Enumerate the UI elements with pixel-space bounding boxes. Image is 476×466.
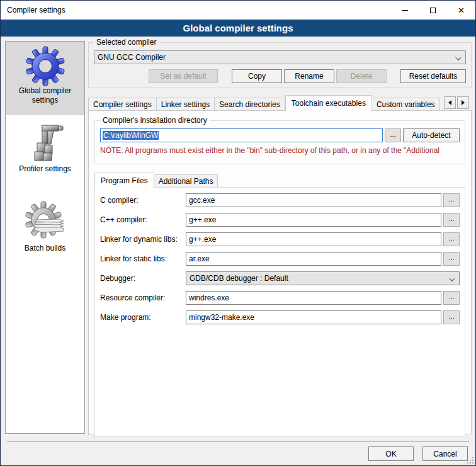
copy-button[interactable]: Copy (232, 69, 282, 83)
caliper-icon (26, 123, 65, 164)
subtab-program-files[interactable]: Program Files (94, 173, 154, 188)
main-panel: Selected compiler GNU GCC Compiler Set a… (88, 37, 472, 435)
field-label: Linker for static libs: (100, 254, 186, 263)
sidebar-item-label: Batch builds (25, 244, 65, 253)
tab-linker-settings[interactable]: Linker settings (157, 98, 215, 111)
field-row-cpp-compiler: C++ compiler: ... (100, 213, 460, 227)
settings-tab-bar: Compiler settings Linker settings Search… (88, 95, 472, 111)
delete-button[interactable]: Delete (336, 69, 387, 83)
tab-scroll-left-button[interactable] (444, 96, 456, 109)
field-label: Linker for dynamic libs: (100, 235, 186, 244)
make-program-input[interactable] (186, 310, 441, 324)
auto-detect-button[interactable]: Auto-detect (403, 128, 460, 142)
batch-builds-gear-icon (25, 201, 66, 244)
arrow-right-icon (462, 100, 465, 105)
close-icon: ✕ (458, 6, 465, 14)
title-bar[interactable]: Compiler settings ✕ (1, 1, 475, 20)
tab-custom-variables[interactable]: Custom variables (372, 98, 440, 111)
installation-directory-legend: Compiler's installation directory (100, 116, 210, 125)
field-label: C compiler: (100, 196, 186, 205)
subtab-additional-paths[interactable]: Additional Paths (154, 174, 218, 188)
chevron-down-icon (449, 276, 455, 281)
sidebar-item-label: Profiler settings (19, 164, 71, 174)
set-as-default-button[interactable]: Set as default (149, 69, 218, 83)
resource-compiler-input[interactable] (186, 291, 441, 305)
linker-dynamic-input[interactable] (186, 232, 441, 246)
settings-category-sidebar: Global compiler settings (5, 41, 85, 434)
c-compiler-input[interactable] (186, 193, 441, 207)
browse-resource-compiler-button[interactable]: ... (443, 291, 460, 305)
program-files-page: C compiler: ... C++ compiler: ... Linker… (94, 187, 465, 437)
cpp-compiler-input[interactable] (186, 213, 441, 227)
field-row-c-compiler: C compiler: ... (100, 193, 460, 207)
tab-scroll-area: Compiler settings Linker settings Search… (88, 95, 441, 111)
window-controls: ✕ (390, 1, 475, 20)
blue-gear-icon (25, 46, 65, 86)
selected-compiler-group: Selected compiler GNU GCC Compiler Set a… (88, 42, 472, 88)
tab-scroll-buttons (444, 96, 469, 109)
field-label: Debugger: (100, 274, 186, 283)
selected-compiler-legend: Selected compiler (94, 38, 159, 47)
sidebar-item-global-compiler-settings[interactable]: Global compiler settings (6, 42, 84, 115)
installation-directory-group: Compiler's installation directory C:\ray… (94, 120, 465, 164)
field-row-linker-static: Linker for static libs: ... (100, 252, 460, 266)
tab-toolchain-executables[interactable]: Toolchain executables (285, 95, 372, 111)
sidebar-item-profiler-settings[interactable]: Profiler settings (6, 115, 84, 185)
field-row-linker-dynamic: Linker for dynamic libs: ... (100, 232, 460, 246)
field-label: C++ compiler: (100, 215, 186, 224)
ok-button[interactable]: OK (368, 446, 414, 461)
cancel-button[interactable]: Cancel (422, 446, 468, 461)
tab-compiler-settings[interactable]: Compiler settings (88, 98, 157, 111)
browse-cpp-compiler-button[interactable]: ... (443, 213, 460, 227)
browse-linker-dynamic-button[interactable]: ... (443, 232, 460, 246)
tab-search-directories[interactable]: Search directories (215, 98, 285, 111)
program-files-tab-bar: Program Files Additional Paths (94, 173, 465, 188)
selected-compiler-dropdown[interactable]: GNU GCC Compiler (94, 50, 466, 64)
field-row-debugger: Debugger: GDB/CDB debugger : Default (100, 271, 460, 285)
minimize-button[interactable] (390, 1, 419, 20)
linker-static-input[interactable] (186, 252, 441, 266)
rename-button[interactable]: Rename (284, 69, 334, 83)
resize-grip-icon[interactable] (467, 457, 473, 463)
browse-directory-button[interactable]: ... (385, 128, 401, 142)
installation-directory-row: C:\raylib\MinGW ... Auto-detect (100, 128, 460, 142)
maximize-icon (430, 8, 436, 13)
sidebar-item-batch-builds[interactable]: Batch builds (6, 185, 84, 253)
chevron-down-icon (455, 55, 461, 60)
browse-c-compiler-button[interactable]: ... (443, 193, 460, 207)
compiler-settings-window: Compiler settings ✕ Global compiler sett… (0, 0, 476, 466)
browse-linker-static-button[interactable]: ... (443, 252, 460, 266)
tab-scroll-right-button[interactable] (457, 96, 469, 109)
selected-path-text: C:\raylib\MinGW (103, 131, 159, 140)
maximize-button[interactable] (419, 1, 447, 20)
selected-compiler-value: GNU GCC Compiler (98, 53, 166, 62)
compiler-actions-row: Set as default Copy Rename Delete Reset … (94, 69, 466, 83)
browse-make-program-button[interactable]: ... (443, 310, 460, 324)
sidebar-item-label: Global compiler settings (14, 86, 77, 105)
footer-separator (7, 441, 469, 442)
field-label: Resource compiler: (100, 293, 186, 302)
debugger-value: GDB/CDB debugger : Default (190, 274, 288, 283)
installation-directory-input[interactable]: C:\raylib\MinGW (100, 128, 383, 142)
reset-defaults-button[interactable]: Reset defaults (400, 69, 466, 83)
debugger-dropdown[interactable]: GDB/CDB debugger : Default (186, 271, 460, 285)
dialog-body: Global compiler settings (1, 37, 475, 465)
footer-buttons: OK Cancel (368, 446, 468, 461)
bin-subdirectory-note: NOTE: All programs must exist either in … (100, 146, 464, 155)
window-title: Compiler settings (1, 6, 65, 14)
minimize-icon (402, 10, 408, 11)
field-row-resource-compiler: Resource compiler: ... (100, 291, 460, 305)
tab-build-options[interactable]: Build (440, 98, 441, 111)
page-title: Global compiler settings (183, 23, 293, 33)
arrow-left-icon (448, 100, 451, 105)
field-row-make-program: Make program: ... (100, 310, 460, 324)
field-label: Make program: (100, 313, 186, 322)
page-header: Global compiler settings (1, 20, 475, 37)
toolchain-executables-page: Compiler's installation directory C:\ray… (88, 110, 472, 435)
close-button[interactable]: ✕ (447, 1, 475, 20)
